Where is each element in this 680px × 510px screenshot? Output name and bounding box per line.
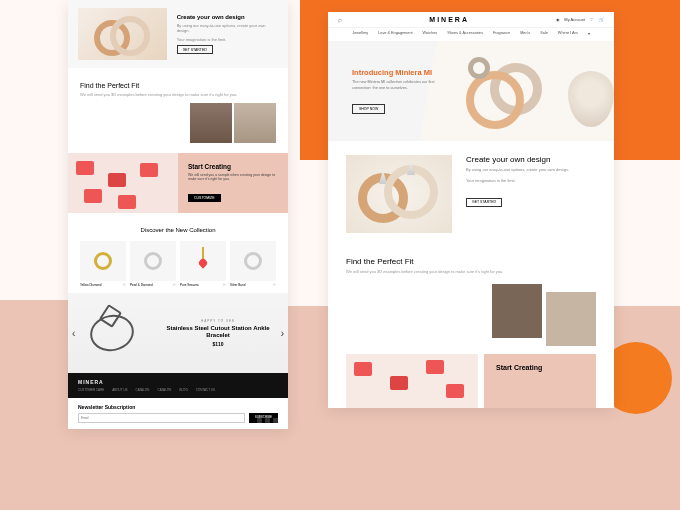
mockup-left: Create your own design By using our easy…: [68, 0, 288, 429]
model-image: [492, 284, 542, 338]
create-desc: By using our easy-to-use options, create…: [466, 167, 569, 173]
pinterest-icon[interactable]: [265, 418, 270, 423]
footer-link[interactable]: CATALOG: [157, 388, 171, 392]
next-icon[interactable]: ›: [281, 328, 284, 339]
start-title: Start Creating: [188, 163, 278, 170]
create-section: Create your own design By using our easy…: [68, 0, 288, 68]
start-desc: We will send you a sample when creating …: [188, 173, 278, 181]
start-title: Start Creating: [496, 364, 584, 371]
chevron-down-icon[interactable]: ▾: [588, 31, 590, 36]
create-desc2: Your imagination is the limit.: [466, 178, 569, 184]
start-creating-box: Start Creating: [484, 354, 596, 408]
sketch-image: [78, 303, 150, 363]
facebook-icon[interactable]: [257, 418, 262, 423]
mockup-right: ⌕ MINERA ◉ My Account ♡ 🛒 JewelleryLove …: [328, 12, 614, 408]
search-icon[interactable]: ⌕: [338, 16, 342, 23]
product-card[interactable]: Yellow Diamond♡: [80, 241, 126, 287]
shop-now-button[interactable]: SHOP NOW: [352, 104, 385, 114]
collection-title: Discover the New Collection: [76, 227, 280, 233]
footer-link[interactable]: CUSTOMER CARE: [78, 388, 104, 392]
heart-icon[interactable]: ♡: [223, 283, 226, 287]
perfect-fit-section: Find the Perfect Fit We will send you 3D…: [68, 68, 288, 103]
newsletter-title: Newsletter Subscription: [78, 404, 278, 410]
header: ⌕ MINERA ◉ My Account ♡ 🛒: [328, 12, 614, 28]
product-image: [230, 241, 276, 281]
nav-item[interactable]: Shoes & Accessories: [447, 31, 483, 36]
rings-image: [346, 155, 452, 233]
featured-product: ‹ HAPPY TO SEE Stainless Steel Cutout St…: [68, 293, 288, 373]
collection-section: Discover the New Collection Yellow Diamo…: [68, 213, 288, 293]
rings-image: [78, 8, 167, 60]
customize-button[interactable]: CUSTOMIZE: [188, 194, 221, 202]
product-card[interactable]: Silver Band♡: [230, 241, 276, 287]
create-desc: By using our easy-to-use options, create…: [177, 23, 278, 34]
nav-item[interactable]: Watches: [423, 31, 438, 36]
nav-item[interactable]: Where I Am: [558, 31, 578, 36]
get-started-button[interactable]: GET STARTED: [177, 45, 213, 54]
start-creating-section: Start Creating We will send you a sample…: [68, 153, 288, 213]
create-title: Create your own design: [177, 14, 278, 20]
heart-icon[interactable]: ♡: [273, 283, 276, 287]
footer-link[interactable]: CATALOG: [136, 388, 150, 392]
hands-image: [234, 103, 276, 143]
product-card[interactable]: Pure Seasons♡: [180, 241, 226, 287]
cart-icon[interactable]: 🛒: [599, 17, 604, 22]
account-label[interactable]: My Account: [564, 17, 585, 22]
nav-item[interactable]: Jewellery: [352, 31, 368, 36]
feature-title: Stainless Steel Cutout Station Ankle Bra…: [158, 325, 278, 339]
product-image: [80, 241, 126, 281]
hero-title: Introducing Miniera MI: [352, 68, 452, 77]
footer-link[interactable]: CONTACT US: [196, 388, 215, 392]
newsletter-section: Newsletter Subscription SUBSCRIBE: [68, 398, 288, 429]
heart-icon[interactable]: ♡: [173, 283, 176, 287]
account-icon[interactable]: ◉: [556, 17, 559, 22]
gifts-image: [68, 153, 178, 213]
feature-price: $110: [158, 341, 278, 347]
footer-brand: MINERA: [78, 379, 278, 385]
email-input[interactable]: [78, 413, 245, 423]
footer-link[interactable]: BLOG: [179, 388, 187, 392]
perfect-fit-section: Find the Perfect Fit We will send you 3D…: [328, 247, 614, 278]
brand-logo[interactable]: MINERA: [429, 16, 469, 23]
create-desc2: Your imagination is the limit.: [177, 37, 278, 43]
hero-rings-image: [462, 53, 558, 129]
create-section: Create your own design By using our easy…: [328, 141, 614, 247]
fit-desc: We will send you 3D examples before crea…: [80, 92, 276, 97]
product-card[interactable]: Pearl & Diamond♡: [130, 241, 176, 287]
fit-desc: We will send you 3D examples before crea…: [346, 269, 596, 274]
hero-banner: Introducing Miniera MI The new Miniera M…: [328, 41, 614, 141]
nav-item[interactable]: Love & Engagement: [378, 31, 412, 36]
product-name: Silver Band: [230, 283, 245, 287]
prev-icon[interactable]: ‹: [72, 328, 75, 339]
fit-title: Find the Perfect Fit: [346, 257, 596, 266]
get-started-button[interactable]: GET STARTED: [466, 198, 502, 207]
hero-desc: The new Miniera MI collection celebrates…: [352, 80, 452, 91]
product-image: [180, 241, 226, 281]
gifts-image: [346, 354, 478, 408]
main-nav: JewelleryLove & EngagementWatchesShoes &…: [328, 28, 614, 41]
nav-item[interactable]: Men's: [520, 31, 530, 36]
create-title: Create your own design: [466, 155, 569, 164]
hands-image: [546, 292, 596, 346]
model-image: [190, 103, 232, 143]
twitter-icon[interactable]: [273, 418, 278, 423]
footer-link[interactable]: ABOUT US: [112, 388, 127, 392]
nav-item[interactable]: Fragrance: [493, 31, 510, 36]
necklace-image: [568, 71, 614, 127]
feature-tag: HAPPY TO SEE: [158, 319, 278, 323]
nav-item[interactable]: Sale: [540, 31, 548, 36]
product-image: [130, 241, 176, 281]
footer: MINERA CUSTOMER CAREABOUT USCATALOGCATAL…: [68, 373, 288, 398]
fit-title: Find the Perfect Fit: [80, 82, 276, 89]
product-name: Pure Seasons: [180, 283, 199, 287]
wishlist-icon[interactable]: ♡: [590, 17, 594, 22]
product-name: Yellow Diamond: [80, 283, 101, 287]
product-name: Pearl & Diamond: [130, 283, 153, 287]
heart-icon[interactable]: ♡: [123, 283, 126, 287]
